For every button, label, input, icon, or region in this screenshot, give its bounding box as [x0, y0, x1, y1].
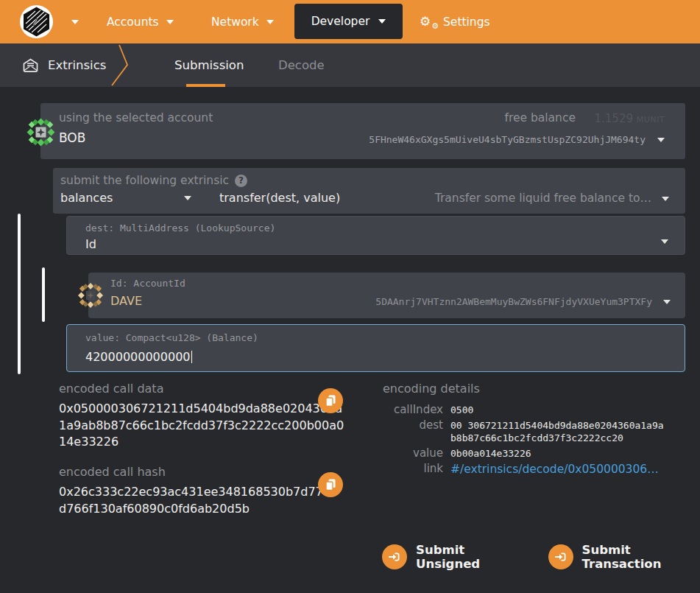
call-data-line: 0x050000306721211d5404bd9da88e0204360a	[59, 401, 344, 418]
call-data-line: 1a9ab8b87c66c1bc2fcdd37f3c2222cc200b00a0	[59, 418, 344, 435]
top-navigation: Accounts Network Developer ⚙⚙ Settings	[0, 0, 700, 43]
encoded-call-data: 0x050000306721211d5404bd9da88e0204360a 1…	[59, 401, 344, 451]
nav-developer-label: Developer	[311, 15, 370, 28]
call-hash-line: d766f130af60890c0fd6ab20d5b	[59, 501, 338, 518]
sign-in-icon	[382, 544, 407, 569]
bob-identicon	[24, 116, 57, 149]
account-select[interactable]: using the selected account BOB free bala…	[40, 103, 685, 159]
account-select-caret[interactable]	[657, 138, 665, 142]
chevron-down-icon	[166, 20, 174, 24]
dest-account-caret[interactable]	[663, 300, 671, 304]
dest-account-address: 5DAAnrj7VHTznn2AWBemMuyBwZWs6FNFjdyVXUeY…	[375, 296, 652, 307]
tab-submission-label: Submission	[174, 58, 244, 72]
nav-settings[interactable]: ⚙⚙ Settings	[420, 0, 490, 43]
detail-row-callindex: callIndex 0500	[383, 404, 685, 416]
tab-submission[interactable]: Submission	[174, 43, 244, 87]
free-balance-label: free balance	[504, 111, 576, 124]
extrinsic-label-text: submit the following extrinsic	[60, 174, 229, 187]
dest-account-name: DAVE	[110, 294, 142, 308]
copy-call-hash-button[interactable]	[318, 472, 343, 497]
detail-row-link: link #/extrinsics/decode/0x050000306…	[383, 463, 685, 477]
tab-bar: Extrinsics Submission Decode	[0, 43, 700, 87]
detail-value: 00 306721211d5404bd9da88e0204360a1a9a b8…	[450, 419, 664, 444]
decode-link[interactable]: #/extrinsics/decode/0x050000306…	[450, 463, 659, 477]
envelope-icon	[22, 58, 39, 73]
value-input[interactable]: 42000000000000	[85, 350, 192, 364]
dest-type-select[interactable]: dest: MultiAddress (LookupSource) Id	[66, 216, 685, 255]
extrinsics-page: Accounts Network Developer ⚙⚙ Settings E…	[0, 0, 700, 593]
submit-actions: Submit Unsigned Submit Transaction	[382, 543, 700, 571]
extrinsic-card: submit the following extrinsic ? balance…	[53, 168, 685, 214]
tab-decode[interactable]: Decode	[278, 43, 325, 87]
method-description: Transfer some liquid free balance to…	[435, 192, 651, 205]
detail-row-value: value 0b00a014e33226	[383, 447, 685, 460]
encoded-call-hash-label: encoded call hash	[59, 465, 166, 479]
detail-key: callIndex	[383, 404, 443, 416]
chevron-down-icon	[378, 19, 386, 24]
account-address: 5FHneW46xGXgs5mUiveU4sbTyGBzmstUspZC92Uh…	[369, 134, 646, 145]
text-cursor	[191, 351, 193, 363]
encoding-details-title: encoding details	[383, 382, 685, 396]
call-hash-line: 0x26c333c22ec93ac431ee348168530b7d77e8	[59, 484, 338, 501]
nav-network-label: Network	[211, 15, 259, 29]
gears-icon: ⚙⚙	[420, 15, 437, 28]
section-title: Extrinsics	[22, 43, 106, 87]
call-data-line: 14e33226	[59, 434, 344, 451]
extrinsic-label: submit the following extrinsic ?	[60, 174, 247, 187]
method-select[interactable]: transfer(dest, value)	[219, 191, 340, 205]
nav-accounts-label: Accounts	[107, 15, 159, 29]
chevron-down-icon	[266, 20, 274, 24]
detail-key: link	[383, 463, 443, 475]
sign-in-icon	[548, 544, 573, 569]
detail-key: dest	[383, 419, 443, 432]
section-select[interactable]: balances	[60, 191, 113, 205]
nav-developer[interactable]: Developer	[294, 4, 403, 39]
submit-transaction-button[interactable]: Submit Transaction	[548, 543, 700, 571]
dest-param-label: dest: MultiAddress (LookupSource)	[85, 222, 275, 234]
section-select-caret[interactable]	[184, 196, 191, 200]
submit-transaction-label: Submit Transaction	[582, 543, 700, 571]
nav-accounts[interactable]: Accounts	[107, 0, 174, 43]
detail-value: 0500	[450, 404, 473, 416]
help-icon[interactable]: ?	[235, 175, 247, 187]
dest-select-caret[interactable]	[661, 239, 668, 244]
free-balance-unit: MUNIT	[637, 115, 665, 124]
detail-value-line: b8b87c66c1bc2fcdd37f3c2222cc20	[450, 432, 664, 444]
copy-icon	[325, 478, 337, 491]
param-nesting-bar-inner	[42, 267, 45, 322]
submit-unsigned-label: Submit Unsigned	[416, 543, 520, 571]
account-name: BOB	[59, 130, 85, 145]
dest-account-param-label: Id: AccountId	[110, 278, 185, 289]
dave-identicon	[76, 281, 105, 310]
detail-key: value	[383, 447, 443, 460]
section-title-label: Extrinsics	[48, 58, 106, 72]
submit-unsigned-button[interactable]: Submit Unsigned	[382, 543, 520, 571]
method-select-caret[interactable]	[662, 197, 669, 201]
nav-settings-label: Settings	[443, 15, 490, 29]
value-input-text: 42000000000000	[85, 350, 191, 364]
detail-value: 0b00a014e33226	[450, 447, 531, 460]
breadcrumb-chevron	[109, 43, 131, 87]
detail-row-dest: dest 00 306721211d5404bd9da88e0204360a1a…	[383, 419, 685, 444]
detail-value-line: 00 306721211d5404bd9da88e0204360a1a9a	[450, 419, 664, 432]
tab-decode-label: Decode	[278, 58, 325, 72]
value-param-label: value: Compact<u128> (Balance)	[85, 332, 258, 343]
copy-call-data-button[interactable]	[318, 388, 343, 413]
free-balance-value: 1.1529 MUNIT	[594, 112, 665, 125]
param-nesting-bar	[18, 214, 21, 374]
account-select-label: using the selected account	[59, 111, 213, 124]
encoded-call-hash: 0x26c333c22ec93ac431ee348168530b7d77e8 d…	[59, 484, 338, 517]
encoding-details: encoding details callIndex 0500 dest 00 …	[383, 382, 685, 480]
chain-logo-icon[interactable]	[20, 5, 53, 38]
dest-account-select[interactable]: Id: AccountId DAVE 5DAAnrj7VHTznn2AWBemM…	[88, 273, 685, 318]
main-content: using the selected account BOB free bala…	[0, 87, 700, 593]
chain-selector-caret[interactable]	[71, 20, 79, 24]
value-input-box: value: Compact<u128> (Balance) 420000000…	[66, 324, 685, 372]
dest-type-value: Id	[85, 237, 96, 251]
encoded-call-data-label: encoded call data	[59, 382, 163, 396]
copy-icon	[325, 394, 337, 407]
nav-network[interactable]: Network	[211, 0, 274, 43]
free-balance-amount: 1.1529	[594, 112, 633, 125]
